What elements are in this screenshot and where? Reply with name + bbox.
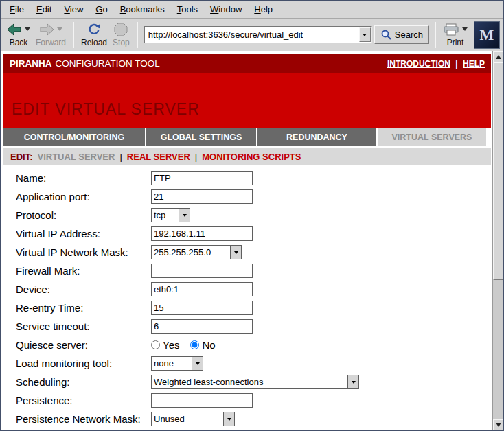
quiesce-yes-option[interactable]: Yes [151, 339, 179, 351]
menu-edit[interactable]: Edit [30, 2, 58, 16]
device-label: Device: [16, 283, 151, 295]
tab-control-monitoring[interactable]: CONTROL/MONITORING [3, 128, 145, 146]
forward-dropdown-icon[interactable] [57, 27, 62, 31]
form-row-name: Name: [3, 169, 491, 187]
form-row-quiesce-server: Quiesce server: Yes No [3, 336, 491, 354]
search-icon [380, 29, 392, 40]
brand-name: PIRANHA [10, 58, 52, 69]
firewall-mark-input[interactable] [151, 264, 253, 278]
persistence-input[interactable] [151, 393, 253, 408]
load-monitoring-select-value: none [152, 357, 192, 370]
service-timeout-input[interactable] [151, 319, 253, 334]
form-row-firewall-mark: Firewall Mark: [3, 261, 491, 280]
tab-label: REDUNDANCY [286, 132, 347, 142]
tab-redundancy[interactable]: REDUNDANCY [257, 128, 376, 146]
forward-button[interactable]: Forward [33, 21, 69, 49]
quiesce-radio-group: Yes No [151, 339, 216, 351]
quiesce-yes-radio[interactable] [151, 340, 160, 349]
scroll-down-icon [496, 423, 501, 427]
browser-window: File Edit View Go Bookmarks Tools Window… [0, 0, 504, 431]
stop-button[interactable]: Stop [110, 21, 133, 49]
back-dropdown-icon[interactable] [25, 27, 30, 31]
menu-go[interactable]: Go [89, 2, 113, 16]
application-port-input[interactable] [151, 189, 253, 204]
virtual-ip-mask-select-value: 255.255.255.0 [152, 246, 230, 259]
print-dropdown-icon[interactable] [462, 27, 468, 31]
scroll-down-button[interactable] [493, 419, 503, 430]
menubar: File Edit View Go Bookmarks Tools Window… [1, 1, 503, 19]
menu-file[interactable]: File [3, 2, 30, 16]
name-label: Name: [16, 172, 151, 184]
form-row-protocol: Protocol: tcp [3, 206, 491, 224]
virtual-ip-input[interactable] [151, 226, 253, 241]
virtual-ip-mask-select[interactable]: 255.255.255.0 [151, 245, 242, 259]
page-title: EDIT VIRTUAL SERVER [12, 100, 491, 119]
main-tabs: CONTROL/MONITORING GLOBAL SETTINGS REDUN… [3, 128, 491, 146]
tab-label: GLOBAL SETTINGS [161, 132, 242, 142]
quiesce-no-label: No [202, 339, 215, 351]
subnav-monitoring-scripts-link[interactable]: MONITORING SCRIPTS [202, 152, 301, 162]
subnav-real-server-link[interactable]: REAL SERVER [127, 152, 190, 162]
menu-view[interactable]: View [58, 2, 89, 16]
form-row-scheduling: Scheduling: Weighted least-connections [3, 373, 491, 391]
print-icon [443, 23, 459, 36]
header-links: INTRODUCTION | HELP [387, 59, 485, 69]
subnav-prefix: EDIT: [10, 152, 33, 162]
persistence-mask-select[interactable]: Unused [151, 412, 235, 426]
help-link[interactable]: HELP [463, 59, 485, 69]
protocol-dropdown-icon [179, 209, 190, 222]
form-row-persistence: Persistence: [3, 391, 491, 410]
application-port-label: Application port: [16, 191, 151, 202]
scroll-up-icon [496, 55, 501, 59]
persistence-label: Persistence: [16, 395, 151, 406]
subnav-virtual-server-link[interactable]: VIRTUAL SERVER [38, 152, 115, 162]
persistence-mask-label: Persistence Network Mask: [16, 413, 151, 425]
scheduling-select[interactable]: Weighted least-connections [151, 375, 359, 389]
scheduling-select-value: Weighted least-connections [152, 375, 347, 388]
scheduling-label: Scheduling: [16, 376, 151, 388]
url-text[interactable]: http://localhost:3636/secure/virtual_edi… [148, 30, 359, 40]
edit-subnav: EDIT: VIRTUAL SERVER | REAL SERVER | MON… [3, 148, 491, 165]
quiesce-no-radio[interactable] [190, 340, 199, 349]
tab-label: VIRTUAL SERVERS [392, 132, 472, 142]
tab-global-settings[interactable]: GLOBAL SETTINGS [146, 128, 256, 146]
form-row-persistence-mask: Persistence Network Mask: Unused [3, 410, 491, 428]
reentry-time-label: Re-entry Time: [16, 302, 151, 314]
toolbar-separator [435, 22, 436, 48]
form-row-virtual-ip-mask: Virtual IP Network Mask: 255.255.255.0 [3, 243, 491, 261]
vertical-scrollbar[interactable] [492, 51, 503, 430]
search-button[interactable]: Search [374, 25, 429, 44]
name-input[interactable] [151, 171, 253, 185]
load-monitoring-select[interactable]: none [151, 356, 203, 371]
tab-virtual-servers[interactable]: VIRTUAL SERVERS [378, 128, 486, 146]
search-label: Search [395, 30, 423, 40]
menu-tools[interactable]: Tools [171, 2, 204, 16]
reload-label: Reload [81, 38, 107, 47]
menu-help[interactable]: Help [248, 2, 279, 16]
mozilla-logo[interactable]: M [474, 21, 500, 49]
scrollbar-track[interactable] [493, 62, 503, 419]
menu-bookmarks[interactable]: Bookmarks [114, 2, 171, 16]
url-dropdown-button[interactable] [359, 27, 371, 42]
scrollbar-thumb[interactable] [493, 62, 503, 280]
reload-button[interactable]: Reload [78, 21, 110, 49]
quiesce-no-option[interactable]: No [190, 339, 215, 351]
browser-toolbar: Back Forward Reload Stop http://localhos… [1, 19, 503, 51]
service-timeout-label: Service timeout: [16, 321, 151, 332]
device-input[interactable] [151, 282, 253, 296]
brand-subtitle: CONFIGURATION TOOL [56, 58, 160, 69]
print-button[interactable]: Print [440, 21, 470, 49]
scheduling-dropdown-icon [347, 375, 358, 388]
back-button[interactable]: Back [4, 21, 33, 49]
back-icon [7, 23, 22, 36]
scroll-up-button[interactable] [493, 51, 503, 62]
persistence-mask-dropdown-icon [223, 412, 234, 426]
introduction-link[interactable]: INTRODUCTION [387, 59, 450, 69]
reentry-time-input[interactable] [151, 301, 253, 315]
menu-window[interactable]: Window [204, 2, 248, 16]
protocol-select[interactable]: tcp [151, 208, 190, 222]
quiesce-yes-label: Yes [163, 339, 179, 351]
url-bar[interactable]: http://localhost:3636/secure/virtual_edi… [144, 26, 372, 43]
toolbar-separator [137, 22, 138, 48]
virtual-server-form: Name: Application port: Protocol: tcp Vi… [3, 165, 491, 428]
